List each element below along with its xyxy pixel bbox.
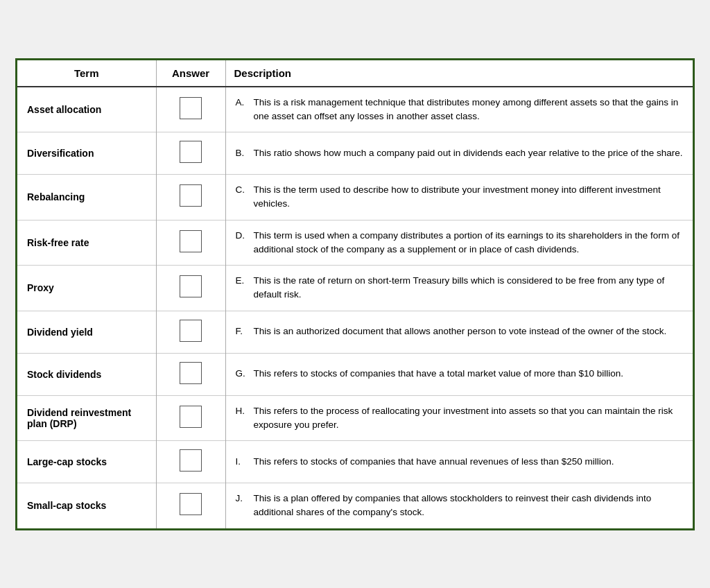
- answer-input-box[interactable]: [180, 275, 202, 297]
- answer-cell[interactable]: [156, 266, 225, 311]
- description-cell: H.This refers to the process of realloca…: [225, 395, 693, 441]
- description-text: This term is used when a company distrib…: [254, 229, 684, 257]
- description-letter: B.: [236, 146, 248, 160]
- table-row: RebalancingC.This is the term used to de…: [17, 175, 693, 220]
- table-row: Large-cap stocksI.This refers to stocks …: [17, 441, 693, 483]
- description-cell: F.This is an authorized document that al…: [225, 311, 693, 353]
- answer-input-box[interactable]: [180, 493, 202, 515]
- term-cell: Diversification: [17, 132, 156, 175]
- description-cell: A.This is a risk management technique th…: [225, 87, 693, 132]
- description-letter: G.: [236, 367, 248, 381]
- answer-cell[interactable]: [156, 395, 225, 441]
- term-cell: Small-cap stocks: [17, 483, 156, 528]
- answer-input-box[interactable]: [180, 184, 202, 207]
- description-text: This ratio shows how much a company paid…: [254, 146, 684, 160]
- description-text: This is the term used to describe how to…: [254, 183, 684, 211]
- description-cell: J.This is a plan offered by companies th…: [225, 483, 693, 528]
- answer-input-box[interactable]: [180, 230, 202, 252]
- description-cell: I.This refers to stocks of companies tha…: [225, 441, 693, 483]
- table-row: DiversificationB.This ratio shows how mu…: [17, 132, 693, 175]
- table-row: ProxyE.This is the rate of return on sho…: [17, 266, 693, 311]
- table-row: Asset allocationA.This is a risk managem…: [17, 87, 693, 132]
- term-cell: Dividend reinvestment plan (DRP): [17, 395, 156, 441]
- description-letter: J.: [236, 492, 248, 505]
- description-text: This is the rate of return on short-term…: [254, 274, 684, 302]
- description-letter: C.: [236, 183, 248, 197]
- table-row: Risk-free rateD.This term is used when a…: [17, 220, 693, 266]
- answer-input-box[interactable]: [180, 449, 202, 472]
- answer-cell[interactable]: [156, 87, 225, 132]
- header-description: Description: [225, 60, 693, 87]
- description-text: This refers to stocks of companies that …: [254, 455, 684, 469]
- answer-input-box[interactable]: [180, 406, 202, 428]
- description-text: This is an authorized document that allo…: [254, 325, 684, 338]
- answer-input-box[interactable]: [180, 320, 202, 342]
- description-letter: H.: [236, 404, 248, 418]
- term-cell: Risk-free rate: [17, 220, 156, 266]
- answer-cell[interactable]: [156, 311, 225, 353]
- answer-cell[interactable]: [156, 483, 225, 528]
- answer-input-box[interactable]: [180, 362, 202, 384]
- table-row: Dividend yieldF.This is an authorized do…: [17, 311, 693, 353]
- description-letter: E.: [236, 274, 248, 288]
- answer-cell[interactable]: [156, 353, 225, 395]
- description-cell: E.This is the rate of return on short-te…: [225, 266, 693, 311]
- description-cell: G.This refers to stocks of companies tha…: [225, 353, 693, 395]
- table-row: Dividend reinvestment plan (DRP)H.This r…: [17, 395, 693, 441]
- description-text: This refers to stocks of companies that …: [254, 367, 684, 381]
- term-cell: Large-cap stocks: [17, 441, 156, 483]
- answer-cell[interactable]: [156, 441, 225, 483]
- description-cell: C.This is the term used to describe how …: [225, 175, 693, 220]
- answer-cell[interactable]: [156, 220, 225, 266]
- answer-input-box[interactable]: [180, 141, 202, 163]
- header-term: Term: [17, 60, 156, 87]
- term-cell: Proxy: [17, 266, 156, 311]
- description-text: This is a plan offered by companies that…: [254, 492, 684, 520]
- description-cell: D.This term is used when a company distr…: [225, 220, 693, 266]
- answer-input-box[interactable]: [180, 97, 202, 119]
- description-cell: B.This ratio shows how much a company pa…: [225, 132, 693, 175]
- term-cell: Rebalancing: [17, 175, 156, 220]
- table-row: Small-cap stocksJ.This is a plan offered…: [17, 483, 693, 528]
- description-letter: F.: [236, 325, 248, 338]
- answer-cell[interactable]: [156, 175, 225, 220]
- answer-cell[interactable]: [156, 132, 225, 175]
- term-cell: Stock dividends: [17, 353, 156, 395]
- description-letter: I.: [236, 455, 248, 469]
- table-row: Stock dividendsG.This refers to stocks o…: [17, 353, 693, 395]
- term-cell: Asset allocation: [17, 87, 156, 132]
- description-letter: D.: [236, 229, 248, 243]
- header-answer: Answer: [156, 60, 225, 87]
- description-text: This is a risk management technique that…: [254, 96, 684, 124]
- term-cell: Dividend yield: [17, 311, 156, 353]
- description-text: This refers to the process of reallocati…: [254, 404, 684, 433]
- main-table-container: Term Answer Description Asset allocation…: [15, 58, 695, 530]
- description-letter: A.: [236, 96, 248, 110]
